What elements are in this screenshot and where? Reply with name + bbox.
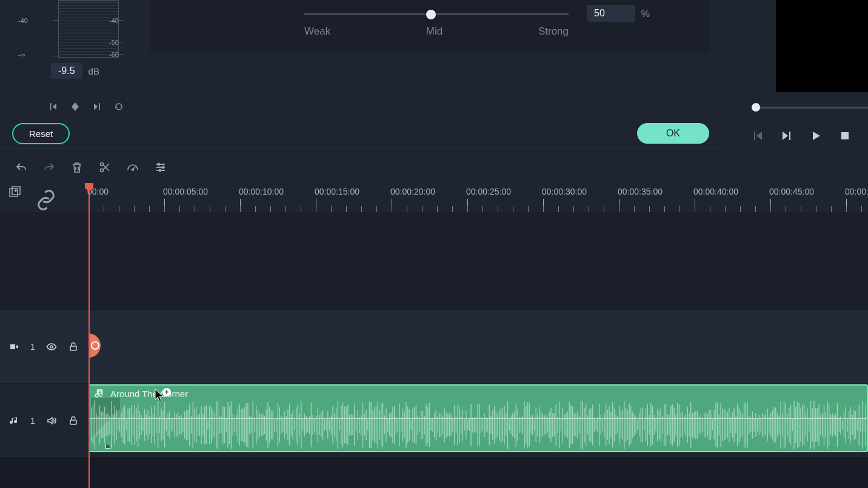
meter-tick-right-40: -40 bbox=[109, 17, 119, 24]
ruler-label: 00:00:05:00 bbox=[163, 187, 208, 196]
audio-waveform bbox=[90, 400, 867, 450]
strength-slider-track[interactable] bbox=[304, 13, 569, 15]
meter-tick-left-inf: -∞ bbox=[18, 51, 25, 58]
video-track-content[interactable] bbox=[88, 310, 868, 383]
strength-value-input[interactable]: 50 bbox=[587, 5, 635, 22]
ruler-label: 00:00:20:00 bbox=[390, 187, 435, 196]
strength-label-strong: Strong bbox=[538, 25, 569, 38]
timeline-spacer-top bbox=[0, 212, 868, 310]
ruler-ticks bbox=[88, 199, 868, 212]
playhead[interactable] bbox=[88, 183, 90, 488]
db-unit-label: dB bbox=[88, 66, 99, 76]
panel-button-bar: Reset OK bbox=[0, 119, 721, 148]
step-forward-icon[interactable] bbox=[781, 130, 793, 142]
ok-button[interactable]: OK bbox=[637, 123, 709, 144]
prev-keyframe-icon[interactable] bbox=[48, 102, 58, 112]
redo-icon[interactable] bbox=[42, 161, 56, 174]
db-meter-scale: -40 -∞ -40 -50 -60 bbox=[18, 0, 119, 58]
timeline-spacer-bottom bbox=[0, 457, 868, 488]
svg-rect-11 bbox=[70, 420, 76, 424]
svg-point-4 bbox=[158, 163, 159, 165]
strength-label-weak: Weak bbox=[304, 25, 330, 38]
preview-scrubber-thumb[interactable] bbox=[752, 103, 760, 112]
step-back-icon[interactable] bbox=[752, 130, 764, 142]
svg-rect-10 bbox=[70, 346, 76, 350]
meter-tick-left-40: -40 bbox=[18, 17, 28, 24]
preview-pane bbox=[776, 0, 868, 92]
panel-divider bbox=[0, 148, 721, 149]
audio-track-index: 1 bbox=[30, 416, 35, 426]
video-track-header: 1 bbox=[0, 310, 88, 383]
speaker-icon[interactable] bbox=[46, 415, 57, 426]
timeline-ruler[interactable]: 00:0000:00:05:0000:00:10:0000:00:15:0000… bbox=[88, 183, 868, 212]
ruler-label: 00:00:45:00 bbox=[769, 187, 814, 196]
next-keyframe-icon[interactable] bbox=[92, 102, 102, 112]
audio-track: 1 Around The Corner bbox=[0, 384, 868, 457]
split-icon[interactable] bbox=[98, 161, 112, 174]
top-area: -40 -∞ -40 -50 -60 -9.5 dB Weak Mid bbox=[0, 0, 868, 118]
db-meter: -40 -∞ -40 -50 -60 -9.5 dB bbox=[0, 0, 150, 118]
ruler-label: 00:00:35:00 bbox=[618, 187, 663, 196]
transport-controls bbox=[735, 124, 868, 148]
audio-clip-name: Around The Corner bbox=[110, 389, 188, 399]
video-track: 1 bbox=[0, 310, 868, 383]
strength-label-mid: Mid bbox=[426, 25, 442, 38]
timeline-gutter-quick bbox=[0, 186, 29, 210]
svg-rect-0 bbox=[841, 132, 849, 139]
timeline-body: 1 1 Around The Corner bbox=[0, 212, 868, 488]
reset-keyframes-icon[interactable] bbox=[114, 102, 124, 112]
play-icon[interactable] bbox=[810, 130, 822, 142]
reset-button[interactable]: Reset bbox=[12, 123, 70, 144]
ruler-label: 00:00:40:00 bbox=[693, 187, 738, 196]
stop-icon[interactable] bbox=[839, 130, 851, 142]
timeline-link-toggle bbox=[34, 188, 58, 206]
adjust-icon[interactable] bbox=[154, 161, 167, 174]
video-track-index: 1 bbox=[30, 342, 35, 352]
speed-icon[interactable] bbox=[126, 161, 139, 174]
audio-track-content[interactable]: Around The Corner bbox=[88, 384, 868, 457]
ruler-label: 00:00:15:00 bbox=[315, 187, 359, 196]
eye-icon[interactable] bbox=[46, 341, 57, 352]
preview-scrubber[interactable] bbox=[741, 102, 868, 113]
delete-icon[interactable] bbox=[70, 161, 84, 174]
db-meter-ruler bbox=[58, 0, 119, 58]
strength-slider-thumb[interactable] bbox=[426, 10, 436, 19]
ruler-label: 00:00:10:00 bbox=[239, 187, 284, 196]
lock-icon[interactable] bbox=[68, 415, 79, 426]
strength-panel: Weak Mid Strong 50 % bbox=[150, 0, 709, 53]
ruler-label: 00:00:50:00 bbox=[845, 187, 868, 196]
add-media-icon[interactable] bbox=[8, 186, 22, 199]
strength-unit-label: % bbox=[641, 8, 650, 19]
meter-tick-right-60: -60 bbox=[109, 51, 119, 58]
ruler-labels: 00:0000:00:05:0000:00:10:0000:00:15:0000… bbox=[88, 187, 868, 198]
svg-point-9 bbox=[50, 346, 53, 348]
db-readout: -9.5 dB bbox=[51, 63, 99, 79]
svg-point-5 bbox=[162, 166, 164, 168]
undo-icon[interactable] bbox=[15, 161, 28, 174]
ruler-label: 00:00:30:00 bbox=[542, 187, 587, 196]
svg-point-6 bbox=[159, 169, 161, 171]
ruler-label: 00:00:25:00 bbox=[466, 187, 511, 196]
timeline-toolbar bbox=[0, 153, 868, 182]
keyframe-nav bbox=[48, 102, 124, 112]
svg-point-3 bbox=[132, 169, 134, 171]
add-keyframe-icon[interactable] bbox=[70, 102, 80, 112]
db-value-input[interactable]: -9.5 bbox=[51, 63, 82, 79]
lock-icon[interactable] bbox=[68, 341, 79, 352]
audio-clip[interactable]: Around The Corner bbox=[88, 384, 868, 452]
video-track-icon bbox=[8, 341, 19, 352]
strength-labels: Weak Mid Strong bbox=[304, 25, 569, 38]
music-track-icon bbox=[8, 415, 19, 426]
meter-tick-right-50: -50 bbox=[109, 39, 119, 46]
svg-rect-7 bbox=[10, 189, 18, 196]
audio-track-header: 1 bbox=[0, 384, 88, 457]
